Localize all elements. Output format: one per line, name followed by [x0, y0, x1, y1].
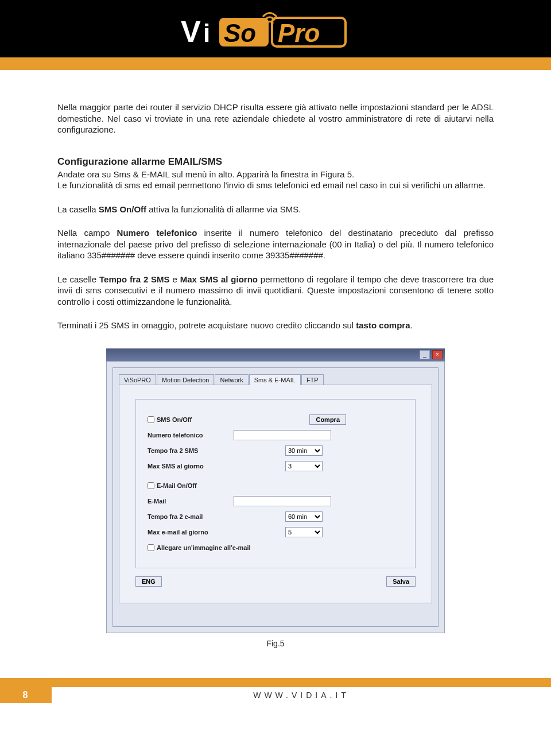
salva-button[interactable]: Salva — [386, 576, 416, 587]
email-label: E-Mail — [148, 498, 234, 505]
compra-button[interactable]: Compra — [309, 414, 346, 425]
max-sms-label: Max SMS al giorno — [148, 463, 234, 470]
page-number: 8 — [0, 687, 52, 703]
max-sms-select[interactable]: 3 — [285, 461, 323, 471]
document-content: Nella maggior parte dei router il serviz… — [0, 70, 551, 678]
allegare-checkbox[interactable] — [148, 544, 154, 551]
tab-ftp[interactable]: FTP — [301, 374, 324, 385]
tempo-sms-select[interactable]: 30 min — [285, 445, 323, 456]
paragraph-intro: Nella maggior parte dei router il serviz… — [57, 102, 494, 135]
form-area: SMS On/Off Compra Numero telefonico Temp… — [135, 399, 416, 568]
paragraph-credito: Terminati i 25 SMS in omaggio, potrete a… — [57, 320, 494, 331]
footer-url: WWW.VIDIA.IT — [52, 687, 551, 703]
tempo-sms-label: Tempo fra 2 SMS — [148, 447, 234, 454]
svg-text:So: So — [224, 19, 256, 47]
numero-telefonico-input[interactable] — [234, 430, 331, 440]
max-email-label: Max e-mail al giorno — [148, 529, 234, 536]
tempo-email-label: Tempo fra 2 e-mail — [148, 513, 234, 520]
svg-text:V: V — [181, 15, 201, 48]
tab-bar: ViSoPRO Motion Detection Network Sms & E… — [119, 374, 432, 385]
page-footer: 8 WWW.VIDIA.IT — [0, 687, 551, 703]
settings-window: _ × ViSoPRO Motion Detection Network Sms… — [106, 348, 445, 633]
email-onoff-checkbox[interactable] — [148, 482, 154, 489]
tab-visopro[interactable]: ViSoPRO — [119, 374, 156, 385]
paragraph-tempo-max: Le caselle Tempo fra 2 SMS e Max SMS al … — [57, 274, 494, 308]
numero-telefonico-label: Numero telefonico — [148, 432, 234, 439]
orange-divider-top — [0, 57, 551, 70]
tab-panel-sms-email: SMS On/Off Compra Numero telefonico Temp… — [119, 385, 432, 603]
sms-onoff-label[interactable]: SMS On/Off — [148, 416, 234, 423]
paragraph-numero: Nella campo Numero telefonico inserite i… — [57, 227, 494, 261]
minimize-button[interactable]: _ — [420, 350, 430, 359]
tab-sms-email[interactable]: Sms & E-MAIL — [249, 374, 301, 385]
paragraph-sms-onoff: La casella SMS On/Off attiva la funziona… — [57, 204, 494, 215]
visopro-logo: V i So Pro — [178, 6, 373, 51]
header-banner: V i So Pro — [0, 0, 551, 57]
tab-network[interactable]: Network — [215, 374, 248, 385]
max-email-select[interactable]: 5 — [285, 527, 323, 537]
email-onoff-label[interactable]: E-Mail On/Off — [148, 482, 234, 489]
heading-config-alarm: Configurazione allarme EMAIL/SMS — [57, 156, 494, 168]
sms-onoff-checkbox[interactable] — [148, 416, 154, 423]
allegare-label[interactable]: Allegare un'immagine all'e-mail — [148, 544, 251, 551]
paragraph-func: Le funzionalità di sms ed email permetto… — [57, 180, 494, 191]
svg-text:i: i — [203, 19, 210, 47]
window-titlebar: _ × — [106, 348, 445, 361]
paragraph-goto: Andate ora su Sms & E-MAIL sul menù in a… — [57, 169, 494, 180]
figure-caption: Fig.5 — [57, 639, 494, 648]
orange-divider-bottom — [0, 678, 551, 687]
svg-text:Pro: Pro — [278, 19, 320, 47]
close-button[interactable]: × — [432, 350, 443, 359]
email-input[interactable] — [234, 496, 331, 506]
tempo-email-select[interactable]: 60 min — [285, 511, 323, 522]
eng-button[interactable]: ENG — [135, 576, 162, 587]
tab-motion-detection[interactable]: Motion Detection — [157, 374, 215, 385]
